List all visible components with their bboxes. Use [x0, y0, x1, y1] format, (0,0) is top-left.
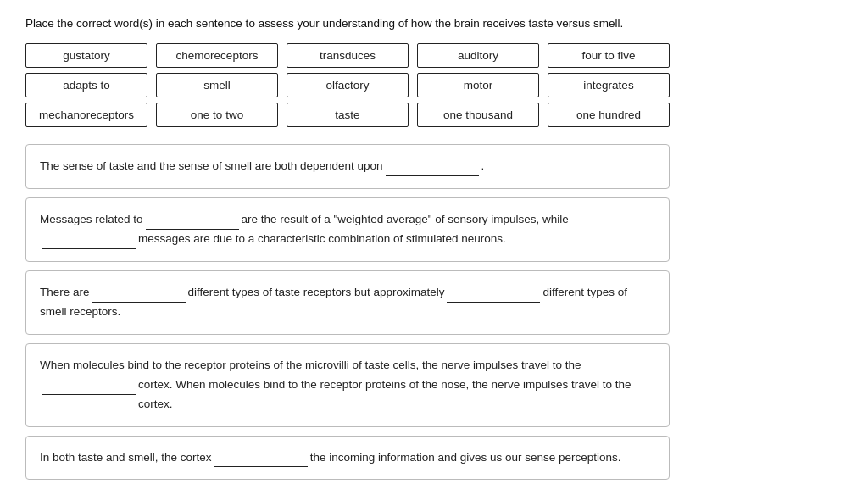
sentence-text-4-0: In both taste and smell, the cortex: [40, 451, 212, 464]
sentence-text-3-0: When molecules bind to the receptor prot…: [40, 359, 581, 371]
sentence-text-1-4: messages are due to a characteristic com…: [138, 232, 506, 245]
word-tile-8[interactable]: motor: [417, 73, 539, 97]
instructions: Place the correct word(s) in each senten…: [25, 17, 843, 30]
sentence-1: The sense of taste and the sense of smel…: [25, 144, 670, 189]
word-tile-13[interactable]: one thousand: [417, 103, 539, 127]
sentence-text-3-2: cortex. When molecules bind to the recep…: [138, 378, 632, 391]
word-tile-2[interactable]: transduces: [287, 43, 409, 68]
blank-3-1[interactable]: [42, 380, 136, 395]
word-tile-1[interactable]: chemoreceptors: [156, 43, 278, 68]
sentence-5: In both taste and smell, the cortex the …: [25, 436, 670, 481]
sentence-text-2-2: different types of taste receptors but a…: [188, 286, 445, 298]
word-tile-3[interactable]: auditory: [417, 43, 539, 68]
sentence-2: Messages related to are the result of a …: [25, 197, 670, 262]
word-tile-12[interactable]: taste: [287, 103, 409, 127]
sentence-text-1-2: are the result of a "weighted average" o…: [242, 213, 569, 225]
blank-3-3[interactable]: [42, 399, 136, 414]
blank-1-3[interactable]: [42, 234, 136, 249]
word-tile-4[interactable]: four to five: [548, 43, 670, 68]
word-tile-0[interactable]: gustatory: [25, 43, 147, 68]
sentence-text-3-4: cortex.: [138, 398, 173, 410]
sentence-text-0-2: .: [481, 159, 485, 172]
sentence-text-0-0: The sense of taste and the sense of smel…: [40, 159, 383, 172]
word-tile-11[interactable]: one to two: [156, 103, 278, 127]
word-tile-6[interactable]: smell: [156, 73, 278, 97]
word-bank: gustatorychemoreceptorstransducesauditor…: [25, 43, 670, 127]
blank-2-1[interactable]: [92, 287, 186, 303]
word-tile-9[interactable]: integrates: [548, 73, 670, 97]
sentence-text-2-0: There are: [40, 286, 90, 298]
word-tile-7[interactable]: olfactory: [287, 73, 409, 97]
word-tile-5[interactable]: adapts to: [25, 73, 147, 97]
blank-2-3[interactable]: [447, 287, 540, 303]
sentences-area: The sense of taste and the sense of smel…: [25, 144, 670, 480]
sentence-text-4-2: the incoming information and gives us ou…: [310, 451, 621, 464]
blank-0-1[interactable]: [386, 161, 479, 176]
blank-4-1[interactable]: [214, 452, 308, 467]
sentence-3: There are different types of taste recep…: [25, 270, 670, 335]
blank-1-1[interactable]: [146, 214, 239, 230]
sentence-text-1-0: Messages related to: [40, 213, 143, 225]
sentence-4: When molecules bind to the receptor prot…: [25, 343, 670, 427]
word-tile-14[interactable]: one hundred: [548, 103, 670, 127]
word-tile-10[interactable]: mechanoreceptors: [25, 103, 147, 127]
